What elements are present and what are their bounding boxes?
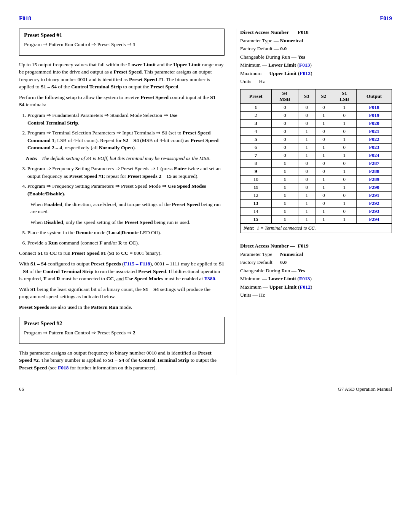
table-cell: 0 (332, 159, 357, 167)
section2-formula: Program ⇒ Pattern Run Control ⇒ Preset S… (24, 329, 220, 337)
changeable-line-2: Changeable During Run — Yes (240, 267, 392, 275)
table-cell: F022 (357, 135, 392, 143)
col-preset: Preset (240, 89, 271, 103)
table-cell: 0 (332, 143, 357, 151)
table-cell: 4 (240, 127, 271, 135)
units-line-2: Units — Hz (240, 291, 392, 299)
preset-table: Preset S4MSB S3 S2 S1LSB Output 10001F01… (240, 89, 392, 224)
table-cell: 11 (240, 183, 271, 191)
list-item-5: Place the system in the Remote mode (Loc… (27, 229, 225, 236)
dan-line-2: Direct Access Number — F019 (240, 242, 392, 250)
table-cell: 1 (271, 175, 298, 183)
table-cell: 1 (271, 191, 298, 199)
table-cell: 1 (315, 215, 332, 223)
preset-speed-1-section: Preset Speed #1 Program ⇒ Pattern Run Co… (19, 29, 225, 56)
col-s2: S2 (315, 89, 332, 103)
list-item-3: Program ⇒ Frequency Setting Parameters ⇒… (27, 165, 225, 180)
table-cell: 1 (332, 199, 357, 207)
minimum-line-2: Minimum — Lower Limit (F013) (240, 275, 392, 283)
maximum-line-2: Maximum — Upper Limit (F012) (240, 283, 392, 291)
table-cell: 1 (271, 207, 298, 215)
table-cell: 1 (298, 207, 315, 215)
table-cell: 1 (271, 215, 298, 223)
table-row: 81000F287 (240, 159, 392, 167)
col-s4: S4MSB (271, 89, 298, 103)
table-cell: F294 (357, 215, 392, 223)
left-column: Preset Speed #1 Program ⇒ Pattern Run Co… (19, 29, 225, 375)
minimum-line-1: Minimum — Lower Limit (F013) (240, 61, 392, 69)
table-cell: 14 (240, 207, 271, 215)
table-header-row: Preset S4MSB S3 S2 S1LSB Output (240, 89, 392, 103)
table-row: 20010F019 (240, 111, 392, 119)
table-cell: F024 (357, 151, 392, 159)
table-row: 101010F289 (240, 175, 392, 183)
table-cell: 0 (332, 207, 357, 215)
table-cell: 0 (271, 127, 298, 135)
table-cell: 1 (315, 183, 332, 191)
table-cell: 1 (298, 215, 315, 223)
section2-title: Preset Speed #2 (24, 320, 220, 327)
section1-list3: Place the system in the Remote mode (Loc… (27, 229, 225, 246)
table-cell: 1 (332, 183, 357, 191)
right-info-1: Direct Access Number — F018 Parameter Ty… (240, 29, 392, 85)
table-cell: 1 (315, 143, 332, 151)
disabled-para: When Disabled, only the speed setting of… (30, 219, 225, 226)
table-cell: 1 (315, 119, 332, 127)
table-cell: F020 (357, 119, 392, 127)
table-cell: 15 (240, 215, 271, 223)
list-item-1: Program ⇒ Fundamental Parameters ⇒ Stand… (27, 112, 225, 126)
table-cell: 1 (332, 103, 357, 111)
table-row: 70111F024 (240, 151, 392, 159)
table-row: 30011F020 (240, 119, 392, 127)
table-cell: 0 (298, 167, 315, 175)
param-type-line-2: Parameter Type — Numerical (240, 251, 392, 258)
table-row: 121100F291 (240, 191, 392, 199)
table-note: Note: 1 = Terminal connected to CC. (240, 224, 392, 233)
table-cell: 0 (298, 119, 315, 127)
page: F018 F019 Preset Speed #1 Program ⇒ Patt… (0, 0, 411, 532)
maximum-line-1: Maximum — Upper Limit (F012) (240, 70, 392, 77)
table-cell: 6 (240, 143, 271, 151)
table-cell: 1 (298, 143, 315, 151)
table-cell: 1 (271, 159, 298, 167)
table-cell: 9 (240, 167, 271, 175)
page-number: 66 (19, 386, 24, 392)
table-cell: F288 (357, 167, 392, 175)
table-cell: F293 (357, 207, 392, 215)
table-row: 111011F290 (240, 183, 392, 191)
table-row: 91001F288 (240, 167, 392, 175)
table-cell: 7 (240, 151, 271, 159)
table-cell: 0 (271, 135, 298, 143)
s1-lsb-para: With S1 being the least significant bit … (19, 286, 225, 300)
units-line-1: Units — Hz (240, 78, 392, 85)
table-cell: 0 (298, 103, 315, 111)
section1-para2: Perform the following setup to allow the… (19, 94, 225, 109)
table-cell: 1 (298, 127, 315, 135)
header-row: F018 F019 (19, 15, 392, 22)
table-cell: F292 (357, 199, 392, 207)
table-row: 10001F018 (240, 103, 392, 111)
table-cell: 13 (240, 199, 271, 207)
section1-list: Program ⇒ Fundamental Parameters ⇒ Stand… (27, 112, 225, 152)
table-row: 50101F022 (240, 135, 392, 143)
main-content: Preset Speed #1 Program ⇒ Pattern Run Co… (19, 29, 392, 375)
note-para: Note: The default setting of S4 is EOff,… (26, 155, 225, 162)
table-cell: F291 (357, 191, 392, 199)
table-cell: 1 (298, 191, 315, 199)
table-cell: 1 (271, 199, 298, 207)
table-cell: 5 (240, 135, 271, 143)
table-cell: F021 (357, 127, 392, 135)
table-cell: F019 (357, 111, 392, 119)
table-cell: 0 (298, 159, 315, 167)
table-cell: 1 (315, 111, 332, 119)
table-cell: 1 (332, 215, 357, 223)
section2-para1: This parameter assigns an output frequen… (19, 349, 225, 372)
table-cell: 0 (315, 135, 332, 143)
table-cell: 1 (240, 103, 271, 111)
header-left: F018 (19, 15, 31, 22)
factory-default-line-2: Factory Default — 0.0 (240, 259, 392, 266)
factory-default-line-1: Factory Default — 0.0 (240, 45, 392, 53)
table-cell: 1 (315, 175, 332, 183)
table-row: 40100F021 (240, 127, 392, 135)
table-cell: 0 (298, 111, 315, 119)
